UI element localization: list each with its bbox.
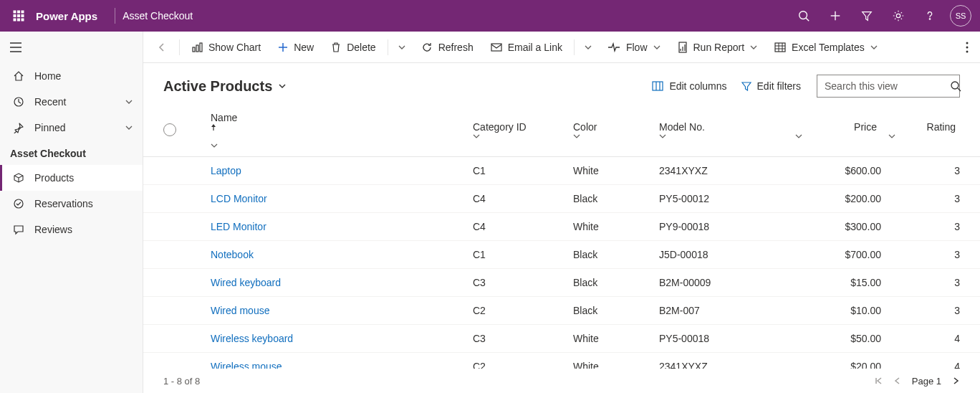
row-checkbox-cell[interactable] <box>143 213 193 241</box>
pin-icon <box>13 122 24 133</box>
back-button[interactable] <box>149 32 175 63</box>
cell-name: LED Monitor <box>193 213 473 241</box>
cmd-label: Email a Link <box>508 42 562 53</box>
record-link[interactable]: LCD Monitor <box>211 193 267 204</box>
excel-templates-button[interactable]: Excel Templates <box>767 32 885 63</box>
page-next-button[interactable] <box>951 377 960 385</box>
row-checkbox-cell[interactable] <box>143 157 193 185</box>
record-link[interactable]: Wired mouse <box>211 305 269 316</box>
col-header-color[interactable]: Color <box>573 105 659 157</box>
row-checkbox-cell[interactable] <box>143 241 193 269</box>
sidebar-item-home[interactable]: Home <box>0 63 143 89</box>
record-link[interactable]: Laptop <box>211 165 241 176</box>
cell-category: C4 <box>473 185 573 213</box>
global-search-button[interactable] <box>788 0 820 32</box>
delete-button[interactable]: Delete <box>324 32 383 63</box>
cell-rating: 3 <box>888 185 980 213</box>
table-row[interactable]: Wired mouseC2BlackB2M-007$10.003 <box>143 297 980 325</box>
cell-category: C2 <box>473 297 573 325</box>
sidebar-item-recent[interactable]: Recent <box>0 89 143 115</box>
page-first-button[interactable] <box>875 377 883 385</box>
record-link[interactable]: Wired keyboard <box>211 277 281 288</box>
table-row[interactable]: LCD MonitorC4BlackPY5-00012$200.003 <box>143 185 980 213</box>
row-checkbox-cell[interactable] <box>143 297 193 325</box>
report-icon <box>678 42 688 53</box>
table-row[interactable]: Wireless keyboardC3WhitePY5-00018$50.004 <box>143 325 980 353</box>
excel-icon <box>774 42 786 53</box>
trash-icon <box>331 42 341 53</box>
chevron-down-icon <box>888 133 960 140</box>
row-checkbox-cell[interactable] <box>143 353 193 369</box>
global-help-button[interactable] <box>914 0 946 32</box>
user-avatar[interactable]: SS <box>950 5 971 27</box>
more-commands-button[interactable] <box>960 32 974 63</box>
sidebar-toggle[interactable] <box>0 32 143 63</box>
brand-label: Power Apps <box>36 10 97 22</box>
row-checkbox-cell[interactable] <box>143 325 193 353</box>
chevron-down-icon <box>125 98 133 105</box>
cell-color: White <box>573 157 659 185</box>
flow-button[interactable]: Flow <box>600 32 668 63</box>
sidebar-item-reviews[interactable]: Reviews <box>0 217 143 242</box>
sidebar-item-label: Pinned <box>34 122 66 133</box>
pager: Page 1 <box>875 376 960 387</box>
record-link[interactable]: Notebook <box>211 249 254 260</box>
record-link[interactable]: LED Monitor <box>211 221 266 232</box>
col-header-rating[interactable]: Rating <box>888 105 980 157</box>
view-title: Active Products <box>163 78 272 95</box>
col-header-category[interactable]: Category ID <box>473 105 573 157</box>
table-row[interactable]: LaptopC1White2341XYXZ$600.003 <box>143 157 980 185</box>
record-link[interactable]: Wireless mouse <box>211 361 282 369</box>
cell-color: White <box>573 353 659 369</box>
delete-dropdown[interactable] <box>393 32 411 63</box>
home-icon <box>13 70 24 82</box>
email-link-button[interactable]: Email a Link <box>484 32 570 63</box>
view-selector[interactable]: Active Products <box>163 78 287 95</box>
cell-model: 2341XYXZ <box>659 353 795 369</box>
sidebar-item-products[interactable]: Products <box>0 165 143 191</box>
app-launcher-button[interactable] <box>6 0 32 32</box>
svg-rect-2 <box>21 11 24 13</box>
record-link[interactable]: Wireless keyboard <box>211 333 293 344</box>
sidebar-section-title: Asset Checkout <box>0 141 143 165</box>
table-row[interactable]: Wireless mouseC2White2341XYXZ$20.004 <box>143 353 980 369</box>
table-row[interactable]: Wired keyboardC3BlackB2M-00009$15.003 <box>143 269 980 297</box>
cell-price: $20.00 <box>795 353 888 369</box>
check-circle-icon <box>13 198 24 209</box>
run-report-button[interactable]: Run Report <box>671 32 765 63</box>
mail-icon <box>491 42 502 52</box>
chart-icon <box>191 42 203 53</box>
select-all-header[interactable] <box>143 105 193 157</box>
main-panel: Show Chart New Delete Refresh Email a Li… <box>143 32 980 393</box>
col-header-price[interactable]: Price <box>795 105 888 157</box>
email-link-dropdown[interactable] <box>579 32 597 63</box>
global-settings-button[interactable] <box>883 0 914 32</box>
view-search-input[interactable] <box>825 80 950 92</box>
svg-marker-42 <box>742 82 751 90</box>
row-checkbox-cell[interactable] <box>143 185 193 213</box>
col-header-name[interactable]: Name <box>193 105 473 157</box>
command-bar: Show Chart New Delete Refresh Email a Li… <box>143 32 980 63</box>
sidebar-item-label: Products <box>34 172 74 184</box>
new-button[interactable]: New <box>271 32 321 63</box>
table-row[interactable]: LED MonitorC4WhitePY9-00018$300.003 <box>143 213 980 241</box>
sidebar-item-reservations[interactable]: Reservations <box>0 191 143 217</box>
cell-category: C2 <box>473 353 573 369</box>
sidebar-item-pinned[interactable]: Pinned <box>0 115 143 141</box>
svg-rect-23 <box>200 43 202 52</box>
table-row[interactable]: NotebookC1BlackJ5D-00018$700.003 <box>143 241 980 269</box>
edit-filters-button[interactable]: Edit filters <box>734 76 808 96</box>
page-prev-button[interactable] <box>893 377 902 385</box>
global-filter-button[interactable] <box>851 0 883 32</box>
chevron-down-icon <box>278 82 287 90</box>
cell-model: 2341XYXZ <box>659 157 795 185</box>
view-search[interactable] <box>817 75 960 98</box>
edit-columns-button[interactable]: Edit columns <box>645 76 734 96</box>
col-header-model[interactable]: Model No. <box>659 105 795 157</box>
show-chart-button[interactable]: Show Chart <box>184 32 268 63</box>
cell-price: $200.00 <box>795 185 888 213</box>
row-checkbox-cell[interactable] <box>143 269 193 297</box>
global-add-button[interactable] <box>820 0 851 32</box>
chevron-down-icon <box>573 133 652 140</box>
refresh-button[interactable]: Refresh <box>414 32 481 63</box>
